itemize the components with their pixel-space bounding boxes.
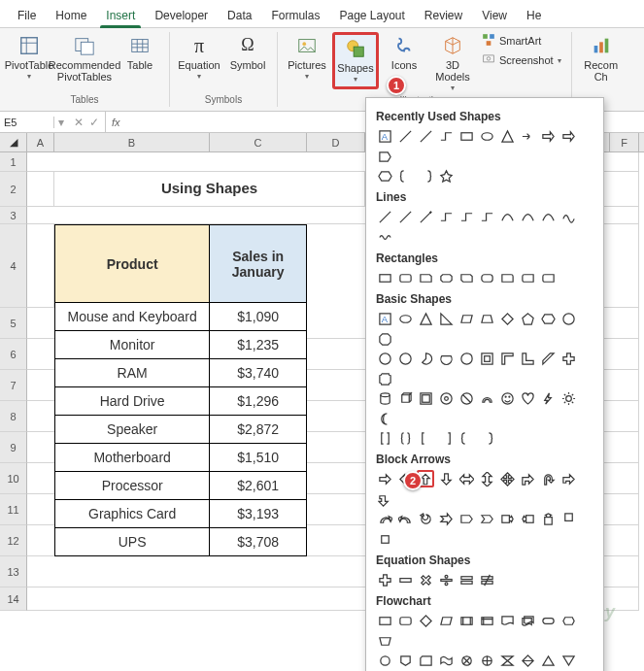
row-header[interactable]: 9 bbox=[0, 432, 27, 463]
shape-divide[interactable] bbox=[437, 571, 455, 588]
shape-teardrop[interactable] bbox=[458, 350, 475, 367]
shape-heptagon[interactable] bbox=[559, 310, 577, 327]
row-header[interactable]: 6 bbox=[0, 339, 27, 370]
shape-arrow-circular[interactable] bbox=[417, 510, 434, 527]
tab-developer[interactable]: Developer bbox=[145, 4, 218, 27]
shape-fc-offpage[interactable] bbox=[396, 652, 414, 669]
shape-line[interactable] bbox=[396, 127, 414, 145]
shape-multiply[interactable] bbox=[417, 571, 434, 588]
pictures-button[interactable]: Pictures ▾ bbox=[284, 32, 330, 84]
shape-line-arrow[interactable] bbox=[417, 208, 434, 225]
shape-minus[interactable] bbox=[396, 571, 414, 588]
shape-arrow-curved[interactable] bbox=[396, 510, 414, 527]
shape-fc-manual[interactable] bbox=[376, 632, 393, 650]
shape-textbox[interactable]: A bbox=[376, 310, 393, 327]
tab-review[interactable]: Review bbox=[415, 4, 472, 27]
shape-brace-pair[interactable] bbox=[396, 429, 414, 447]
shape-fc-terminator[interactable] bbox=[539, 612, 557, 629]
table-row[interactable]: Hard Drive$1,296 bbox=[55, 387, 307, 416]
shape-nosymbol[interactable] bbox=[458, 389, 475, 407]
equation-button[interactable]: π Equation ▾ bbox=[176, 32, 222, 84]
shape-line[interactable] bbox=[376, 208, 393, 225]
shape-fc-tape[interactable] bbox=[437, 652, 455, 669]
tab-view[interactable]: View bbox=[472, 4, 517, 27]
shape-arrow-bent[interactable] bbox=[376, 490, 393, 508]
row-header[interactable]: 3 bbox=[0, 207, 27, 224]
shape-triangle[interactable] bbox=[498, 127, 516, 145]
shape-equal[interactable] bbox=[458, 571, 475, 588]
shape-dodecagon[interactable] bbox=[396, 350, 414, 367]
shape-smiley[interactable] bbox=[498, 389, 516, 407]
shape-arrow-bent[interactable] bbox=[519, 470, 536, 487]
shape-fc-sumjunction[interactable] bbox=[458, 652, 475, 669]
shape-arrow[interactable] bbox=[539, 127, 557, 145]
shape-cube[interactable] bbox=[396, 389, 414, 407]
enter-icon[interactable]: ✓ bbox=[89, 116, 99, 129]
row-header[interactable]: 10 bbox=[0, 463, 27, 494]
shape-donut[interactable] bbox=[437, 389, 455, 407]
row-header[interactable]: 7 bbox=[0, 370, 27, 401]
shape-curve[interactable] bbox=[498, 208, 516, 225]
shape-arrow-notched[interactable] bbox=[437, 510, 455, 527]
col-header-d[interactable]: D bbox=[307, 133, 365, 151]
shape-rect[interactable] bbox=[458, 127, 475, 145]
shape-scribble[interactable] bbox=[376, 228, 393, 246]
shape-decagon[interactable] bbox=[376, 350, 393, 367]
shape-fc-connector[interactable] bbox=[376, 652, 393, 669]
recommended-pivottables-button[interactable]: Recommended PivotTables bbox=[54, 32, 115, 84]
row-header[interactable]: 14 bbox=[0, 587, 27, 611]
row-header[interactable]: 8 bbox=[0, 401, 27, 432]
shape-roundrect[interactable] bbox=[478, 269, 495, 286]
table-row[interactable]: RAM$3,740 bbox=[55, 359, 307, 387]
shape-fc-merge[interactable] bbox=[559, 652, 577, 669]
table-row[interactable]: Graphics Card$3,193 bbox=[55, 500, 307, 528]
shape-moon[interactable] bbox=[376, 410, 393, 427]
shape-arrow-callout[interactable] bbox=[498, 510, 516, 527]
shape-fc-altprocess[interactable] bbox=[396, 612, 414, 629]
row-header[interactable]: 4 bbox=[0, 224, 27, 308]
shape-frame[interactable] bbox=[478, 350, 495, 367]
tab-home[interactable]: Home bbox=[46, 4, 96, 27]
shape-fc-multidoc[interactable] bbox=[519, 612, 536, 629]
table-row[interactable]: Processor$2,601 bbox=[55, 472, 307, 500]
shape-fc-document[interactable] bbox=[498, 612, 516, 629]
shape-arrow-callout[interactable] bbox=[559, 510, 577, 527]
shape-can[interactable] bbox=[376, 389, 393, 407]
row-header[interactable]: 13 bbox=[0, 556, 27, 587]
shape-sniprect[interactable] bbox=[437, 269, 455, 286]
shape-oval[interactable] bbox=[396, 310, 414, 327]
pivottable-button[interactable]: PivotTable ▾ bbox=[6, 32, 52, 84]
shape-bracket[interactable] bbox=[376, 429, 393, 447]
table-button[interactable]: Table bbox=[117, 32, 163, 73]
shape-oval[interactable] bbox=[478, 127, 495, 145]
shape-trapezoid[interactable] bbox=[478, 310, 495, 327]
shape-sniprect[interactable] bbox=[458, 269, 475, 286]
tab-data[interactable]: Data bbox=[218, 4, 261, 27]
col-header-c[interactable]: C bbox=[210, 133, 307, 151]
col-header-a[interactable]: A bbox=[27, 133, 54, 151]
shape-bevel[interactable] bbox=[417, 389, 434, 407]
shape-curve[interactable] bbox=[519, 208, 536, 225]
shape-lshape[interactable] bbox=[519, 350, 536, 367]
shape-connector[interactable] bbox=[437, 208, 455, 225]
shape-pie[interactable] bbox=[417, 350, 434, 367]
shape-triangle[interactable] bbox=[417, 310, 434, 327]
shape-arrow-ud[interactable] bbox=[478, 470, 495, 487]
shape-fc-predefined[interactable] bbox=[458, 612, 475, 629]
shape-connector[interactable] bbox=[458, 208, 475, 225]
table-row[interactable]: UPS$3,708 bbox=[55, 528, 307, 556]
shape-connector[interactable] bbox=[437, 127, 455, 145]
shape-star[interactable] bbox=[437, 167, 455, 185]
tab-formulas[interactable]: Formulas bbox=[261, 4, 329, 27]
shape-arrow-pentagon[interactable] bbox=[458, 510, 475, 527]
shape-fc-decision[interactable] bbox=[417, 612, 434, 629]
cancel-icon[interactable]: ✕ bbox=[74, 116, 84, 129]
table-row[interactable]: Monitor$1,235 bbox=[55, 331, 307, 359]
shape-bracket[interactable] bbox=[437, 429, 455, 447]
shape-line[interactable] bbox=[396, 208, 414, 225]
shape-arrow-callout[interactable] bbox=[376, 530, 393, 548]
shape-blockarc[interactable] bbox=[478, 389, 495, 407]
shape-brace[interactable] bbox=[417, 167, 434, 185]
shape-curve[interactable] bbox=[539, 208, 557, 225]
shape-plaque[interactable] bbox=[376, 370, 393, 387]
